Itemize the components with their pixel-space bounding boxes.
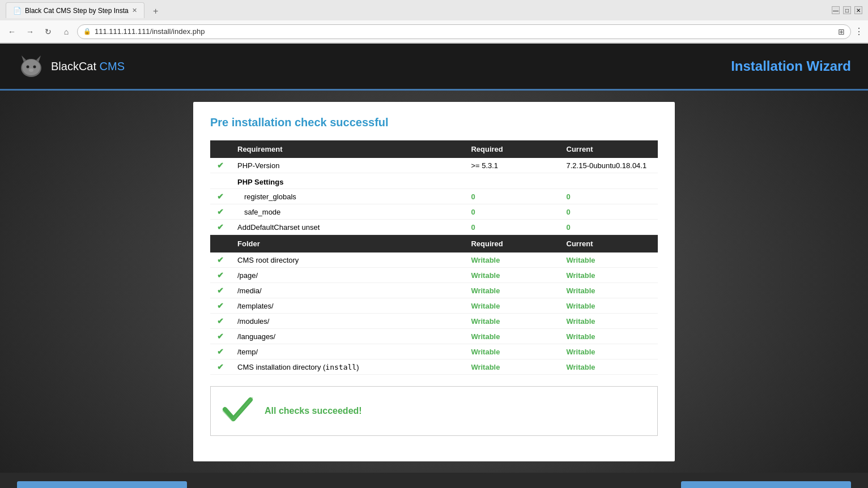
col-header-current: Current (560, 140, 658, 158)
table-row: ✔ /languages/ Writable Writable (210, 329, 658, 344)
svg-point-5 (33, 66, 36, 69)
page-dir-current: Writable (560, 268, 658, 283)
title-bar: 📄 Black Cat CMS Step by Step Insta ✕ + —… (0, 0, 868, 20)
url-text: 111.111.111.111/install/index.php (95, 27, 205, 36)
window-controls: — □ ✕ (832, 6, 862, 14)
php-version-required: >= 5.3.1 (464, 158, 559, 173)
check-icon: ✔ (217, 286, 224, 295)
languages-dir-current: Writable (560, 329, 658, 344)
check-icon: ✔ (217, 362, 224, 371)
browser-menu-button[interactable]: ⋮ (854, 26, 863, 37)
svg-point-6 (29, 69, 33, 72)
install-dir-current: Writable (560, 359, 658, 375)
modules-dir-required: Writable (464, 314, 559, 329)
browser-chrome: 📄 Black Cat CMS Step by Step Insta ✕ + —… (0, 0, 868, 44)
languages-dir-label: /languages/ (231, 329, 464, 344)
tab-title: Black Cat CMS Step by Step Insta (25, 7, 129, 15)
check-icon: ✔ (217, 207, 224, 216)
back-button[interactable]: « Back (17, 481, 187, 488)
reload-button[interactable]: ↻ (41, 24, 56, 39)
temp-dir-required: Writable (464, 344, 559, 359)
installation-wizard-title: Installation Wizard (731, 58, 851, 74)
install-dir-required: Writable (464, 359, 559, 375)
col-header-required: Required (464, 140, 559, 158)
check-icon: ✔ (217, 271, 224, 280)
success-box: All checks succeeded! (210, 386, 658, 436)
table-row: ✔ /media/ Writable Writable (210, 283, 658, 298)
templates-dir-label: /templates/ (231, 298, 464, 314)
svg-point-4 (27, 66, 29, 69)
tab-close-button[interactable]: ✕ (132, 7, 137, 14)
check-icon: ✔ (217, 301, 224, 310)
tab-bar-area: 📄 Black Cat CMS Step by Step Insta ✕ + (6, 2, 827, 18)
new-tab-button[interactable]: + (149, 5, 163, 18)
languages-dir-required: Writable (464, 329, 559, 344)
translate-icon[interactable]: ⊞ (838, 27, 845, 36)
check-icon-cell: ✔ (210, 158, 231, 173)
lock-icon: 🔒 (83, 28, 91, 35)
minimize-button[interactable]: — (832, 6, 840, 14)
temp-dir-label: /temp/ (231, 344, 464, 359)
active-tab[interactable]: 📄 Black Cat CMS Step by Step Insta ✕ (6, 2, 144, 18)
page-title: Pre installation check successful (210, 116, 658, 129)
back-nav-button[interactable]: ← (5, 24, 19, 39)
php-settings-section: PHP Settings (210, 173, 658, 189)
page-dir-required: Writable (464, 268, 559, 283)
table-row: ✔ CMS root directory Writable Writable (210, 252, 658, 268)
section-required-empty (464, 173, 559, 189)
templates-dir-current: Writable (560, 298, 658, 314)
check-icon: ✔ (217, 332, 224, 341)
check-icon: ✔ (217, 316, 224, 326)
table-row: ✔ /page/ Writable Writable (210, 268, 658, 283)
templates-dir-required: Writable (464, 298, 559, 314)
close-button[interactable]: ✕ (854, 6, 862, 14)
next-button[interactable]: Next » (681, 481, 851, 488)
nav-bar: ← → ↻ ⌂ 🔒 111.111.111.111/install/index.… (0, 20, 868, 43)
maximize-button[interactable]: □ (843, 6, 851, 14)
add-default-charset-label: AddDefaultCharset unset (231, 220, 464, 235)
table-row: ✔ PHP-Version >= 5.3.1 7.2.15-0ubuntu0.1… (210, 158, 658, 173)
page-dir-label: /page/ (231, 268, 464, 283)
install-dir-label: CMS installation directory (install) (231, 359, 464, 375)
cms-root-dir-required: Writable (464, 252, 559, 268)
media-dir-label: /media/ (231, 283, 464, 298)
add-default-charset-required: 0 (464, 220, 559, 235)
section-current-empty (560, 173, 658, 189)
safe-mode-label: safe_mode (231, 204, 464, 220)
main-container: Pre installation check successful Requir… (0, 91, 868, 473)
big-check-icon (222, 395, 253, 427)
folder-col-required: Required (464, 235, 559, 253)
table-row: ✔ CMS installation directory (install) W… (210, 359, 658, 375)
logo-area: BlackCat CMS (17, 52, 125, 80)
table-row: ✔ AddDefaultCharset unset 0 0 (210, 220, 658, 235)
home-button[interactable]: ⌂ (59, 24, 74, 39)
logo-text: BlackCat CMS (51, 60, 125, 73)
requirements-table: Requirement Required Current ✔ PHP-Versi… (210, 140, 658, 375)
cms-root-dir-current: Writable (560, 252, 658, 268)
php-settings-label: PHP Settings (231, 173, 464, 189)
forward-nav-button[interactable]: → (23, 24, 37, 39)
safe-mode-required: 0 (464, 204, 559, 220)
success-message: All checks succeeded! (265, 406, 362, 416)
logo-blackcat: BlackCat (51, 60, 96, 72)
check-icon-cell: ✔ (210, 189, 231, 204)
svg-point-1 (22, 59, 40, 75)
check-icon-cell: ✔ (210, 204, 231, 220)
header-divider (0, 89, 868, 91)
php-version-current: 7.2.15-0ubuntu0.18.04.1 (560, 158, 658, 173)
check-icon: ✔ (217, 222, 224, 232)
check-icon: ✔ (217, 192, 224, 201)
add-default-charset-current: 0 (560, 220, 658, 235)
modules-dir-current: Writable (560, 314, 658, 329)
col-header-requirement: Requirement (231, 140, 464, 158)
check-icon: ✔ (217, 161, 224, 170)
content-box: Pre installation check successful Requir… (193, 102, 675, 461)
section-check-empty (210, 173, 231, 189)
temp-dir-current: Writable (560, 344, 658, 359)
table-row: ✔ /templates/ Writable Writable (210, 298, 658, 314)
cms-root-dir-label: CMS root directory (231, 252, 464, 268)
page-icon: 📄 (13, 7, 22, 15)
folder-section-header: Folder Required Current (210, 235, 658, 253)
address-bar[interactable]: 🔒 111.111.111.111/install/index.php ⊞ (77, 24, 851, 39)
table-row: ✔ /modules/ Writable Writable (210, 314, 658, 329)
